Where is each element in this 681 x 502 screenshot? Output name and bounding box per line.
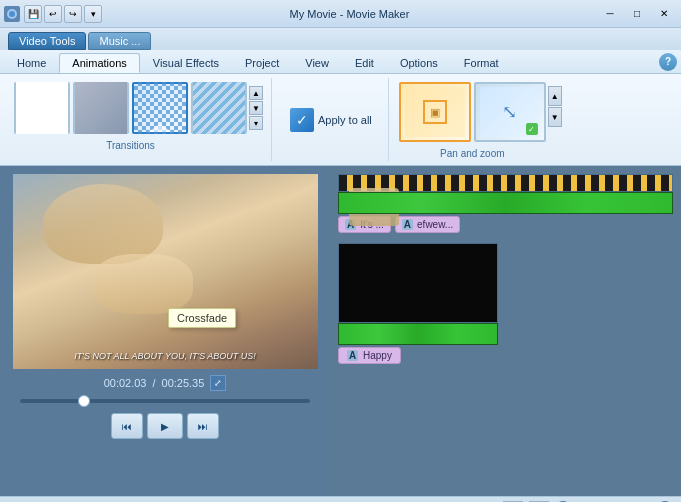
timeline-area: A It's ... A efwew... A Happy xyxy=(330,166,681,496)
transition-none[interactable] xyxy=(14,82,70,134)
apply-all-icon: ✓ xyxy=(290,108,314,132)
undo-btn[interactable]: ↩ xyxy=(44,5,62,23)
film-strip-top-1 xyxy=(339,175,672,183)
tab-edit[interactable]: Edit xyxy=(342,53,387,73)
preview-area: IT'S NOT ALL ABOUT YOU, IT'S ABOUT US! 0… xyxy=(0,166,330,496)
tab-project[interactable]: Project xyxy=(232,53,292,73)
clip-label-2a[interactable]: A Happy xyxy=(338,347,401,364)
seek-bar-container xyxy=(20,399,310,403)
pan-zoom-none[interactable]: ▣ xyxy=(399,82,471,142)
tab-video-tools[interactable]: Video Tools xyxy=(8,32,86,50)
hand-shape xyxy=(43,184,163,264)
video-overlay-text: IT'S NOT ALL ABOUT YOU, IT'S ABOUT US! xyxy=(13,351,318,361)
clip-label-1b[interactable]: A efwew... xyxy=(395,216,460,233)
clip-labels-2: A Happy xyxy=(338,347,673,364)
audio-track-2 xyxy=(338,323,498,345)
tab-animations[interactable]: Animations xyxy=(59,53,139,73)
timeline-clip-1: A It's ... A efwew... xyxy=(338,174,673,233)
transition-dissolve[interactable] xyxy=(191,82,247,134)
apply-all-button[interactable]: ✓ Apply to all xyxy=(282,105,380,135)
label-a-badge-2: A xyxy=(402,219,413,230)
label-a-badge-3: A xyxy=(347,350,358,361)
clip-label-1b-text: efwew... xyxy=(417,219,453,230)
time-current: 00:02.03 xyxy=(104,377,147,389)
tab-music-tools[interactable]: Music ... xyxy=(88,32,151,50)
video-preview: IT'S NOT ALL ABOUT YOU, IT'S ABOUT US! xyxy=(13,174,318,369)
pan-zoom-group: ▣ ⤡ ✓ Pan and zoom ▲ ▼ xyxy=(391,78,675,161)
time-separator: / xyxy=(152,377,155,389)
status-bar: Music item 1 of 1 ⊞ ≡ − + xyxy=(0,496,681,502)
pan-zoom-preview-2: ⤡ ✓ xyxy=(480,87,540,137)
quick-access-dropdown[interactable]: ▾ xyxy=(84,5,102,23)
ribbon-tabs: Home Animations Visual Effects Project V… xyxy=(0,50,681,74)
window-title: My Movie - Movie Maker xyxy=(102,8,597,20)
tab-view[interactable]: View xyxy=(292,53,342,73)
transitions-scroll: ▲ ▼ ▾ xyxy=(249,86,263,130)
app-icon xyxy=(4,6,20,22)
film-strip-1 xyxy=(338,174,673,192)
ribbon-content: Transitions ▲ ▼ ▾ ✓ Apply to all ▣ xyxy=(0,74,681,166)
transitions-group: Transitions ▲ ▼ ▾ xyxy=(6,78,272,161)
pz-check-icon: ✓ xyxy=(526,123,538,135)
tooltip-text: Crossfade xyxy=(177,312,227,324)
pan-zoom-animated[interactable]: ⤡ ✓ xyxy=(474,82,546,142)
video-frame: IT'S NOT ALL ABOUT YOU, IT'S ABOUT US! xyxy=(13,174,318,369)
time-total: 00:25.35 xyxy=(162,377,205,389)
tab-options[interactable]: Options xyxy=(387,53,451,73)
blank-transition-preview xyxy=(16,82,68,134)
pan-zoom-preview-1: ▣ xyxy=(405,87,465,137)
pan-zoom-scroll: ▲ ▼ xyxy=(548,86,562,127)
playback-controls: ⏮ ▶ ⏭ xyxy=(111,413,219,439)
timeline-clip-2: A Happy xyxy=(338,243,673,364)
tooltip-crossfade: Crossfade xyxy=(168,308,236,328)
tab-format[interactable]: Format xyxy=(451,53,512,73)
maximize-btn[interactable]: □ xyxy=(624,5,650,23)
title-bar: 💾 ↩ ↪ ▾ My Movie - Movie Maker ─ □ ✕ xyxy=(0,0,681,28)
main-content: Crossfade IT'S NOT ALL ABOUT YOU, IT'S A… xyxy=(0,166,681,496)
audio-wave-1 xyxy=(339,193,672,213)
tab-visual-effects[interactable]: Visual Effects xyxy=(140,53,232,73)
clip-video-black[interactable] xyxy=(338,243,498,323)
time-display: 00:02.03 / 00:25.35 ⤢ xyxy=(104,375,227,391)
audio-track-1 xyxy=(338,192,673,214)
transition-crossfade[interactable] xyxy=(132,82,188,134)
play-btn[interactable]: ▶ xyxy=(147,413,183,439)
transitions-scroll-down[interactable]: ▼ xyxy=(249,101,263,115)
tab-home[interactable]: Home xyxy=(4,53,59,73)
transitions-scroll-all[interactable]: ▾ xyxy=(249,116,263,130)
quick-access-toolbar: 💾 ↩ ↪ ▾ xyxy=(24,5,102,23)
close-btn[interactable]: ✕ xyxy=(651,5,677,23)
pan-zoom-scroll-up[interactable]: ▲ xyxy=(548,86,562,106)
apply-all-group: ✓ Apply to all xyxy=(274,78,389,161)
title-bar-icons xyxy=(4,6,20,22)
minimize-btn[interactable]: ─ xyxy=(597,5,623,23)
transitions-label: Transitions xyxy=(106,140,155,151)
apply-all-label: Apply to all xyxy=(318,114,372,126)
window-controls: ─ □ ✕ xyxy=(597,5,677,23)
prev-frame-btn[interactable]: ⏮ xyxy=(111,413,143,439)
seek-bar[interactable] xyxy=(20,399,310,403)
transitions-scroll-up[interactable]: ▲ xyxy=(249,86,263,100)
dissolve-preview xyxy=(193,82,245,134)
save-quick-btn[interactable]: 💾 xyxy=(24,5,42,23)
pan-zoom-label: Pan and zoom xyxy=(440,148,505,159)
seek-handle[interactable] xyxy=(78,395,90,407)
redo-btn[interactable]: ↪ xyxy=(64,5,82,23)
expand-preview-btn[interactable]: ⤢ xyxy=(210,375,226,391)
fade-transition-preview xyxy=(75,82,127,134)
audio-wave-2 xyxy=(339,324,497,344)
help-btn[interactable]: ? xyxy=(659,53,677,71)
tool-tabs-row: Video Tools Music ... xyxy=(0,28,681,50)
clip-label-2a-text: Happy xyxy=(363,350,392,361)
pan-zoom-scroll-down[interactable]: ▼ xyxy=(548,107,562,127)
next-frame-btn[interactable]: ⏭ xyxy=(187,413,219,439)
svg-point-1 xyxy=(9,11,15,17)
baby-shape xyxy=(93,254,193,314)
transition-fade[interactable] xyxy=(73,82,129,134)
